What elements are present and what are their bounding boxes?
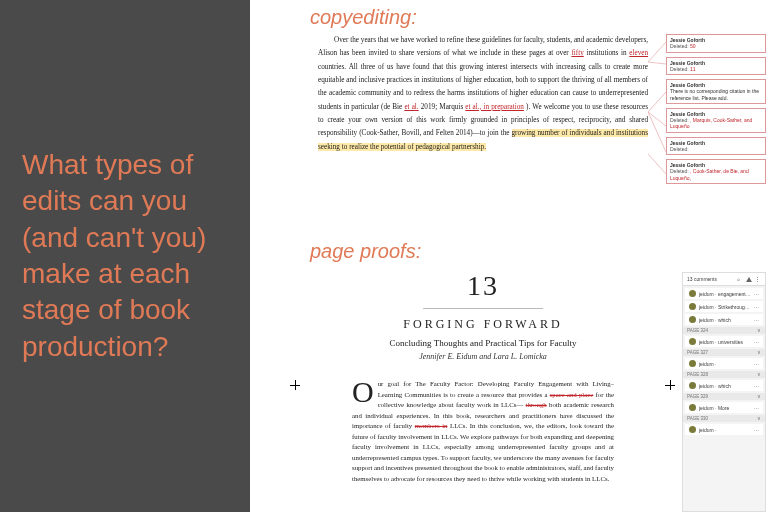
comment-balloon[interactable]: Jessie GoforthDeleted: 50 — [666, 34, 766, 53]
svg-line-3 — [648, 112, 666, 126]
comments-page-divider: PAGE 327∨ — [683, 349, 765, 356]
comment-callouts: Jessie GoforthDeleted: 50 Jessie Goforth… — [666, 34, 766, 188]
strikethrough-edit: members in — [415, 422, 448, 429]
comment-item[interactable]: jeidum · universities⋯ — [685, 336, 763, 347]
chapter-title: FORGING FORWARD — [308, 317, 658, 332]
svg-line-4 — [648, 112, 666, 152]
rule — [423, 308, 543, 309]
menu-icon[interactable]: ⋮ — [755, 276, 761, 282]
comment-balloon[interactable]: Jessie GoforthDeleted: , Cook-Sather, de… — [666, 159, 766, 184]
sidebar-heading: What types of edits can you (and can't y… — [22, 147, 228, 365]
avatar — [689, 316, 696, 323]
more-icon[interactable]: ⋯ — [754, 383, 759, 389]
comments-list: jeidum · engagement with⋯jeidum · Strike… — [683, 288, 765, 435]
search-icon[interactable]: ⌕ — [737, 276, 743, 282]
more-icon[interactable]: ⋯ — [754, 405, 759, 411]
chapter-body: O ur goal for The Faculty Factor: Develo… — [308, 379, 658, 484]
drop-cap: O — [352, 379, 378, 405]
comment-balloon[interactable]: Jessie GoforthDeleted: , Marquis, Cook-S… — [666, 108, 766, 133]
chapter-subtitle: Concluding Thoughts and Practical Tips f… — [308, 338, 658, 348]
comment-item[interactable]: jeidum · ⋯ — [685, 424, 763, 435]
more-icon[interactable]: ⋯ — [754, 317, 759, 323]
comments-page-divider: PAGE 329∨ — [683, 393, 765, 400]
crop-mark-icon — [665, 380, 675, 390]
avatar — [689, 426, 696, 433]
chapter-authors: Jennifer E. Eidum and Lara L. Lomicka — [308, 352, 658, 361]
comments-page-divider: PAGE 328∨ — [683, 371, 765, 378]
tracked-change: et al., in preparation — [465, 103, 524, 111]
comment-balloon[interactable]: Jessie GoforthDeleted: — [666, 137, 766, 156]
page-proof: 13 FORGING FORWARD Concluding Thoughts a… — [308, 268, 658, 512]
comment-balloon[interactable]: Jessie GoforthThere is no corresponding … — [666, 79, 766, 104]
comment-item[interactable]: jeidum · which⋯ — [685, 380, 763, 391]
svg-line-2 — [648, 92, 666, 112]
strikethrough-edit: space and place — [550, 391, 594, 398]
comments-page-divider: PAGE 324∨ — [683, 327, 765, 334]
comment-balloon[interactable]: Jessie GoforthDeleted: 11 — [666, 57, 766, 76]
tracked-change: eleven — [629, 49, 648, 57]
copyedit-paragraph: Over the years that we have worked to re… — [318, 34, 648, 154]
avatar — [689, 360, 696, 367]
sidebar: What types of edits can you (and can't y… — [0, 0, 250, 512]
avatar — [689, 382, 696, 389]
tracked-change: fifty — [571, 49, 583, 57]
comment-item[interactable]: jeidum · which⋯ — [685, 314, 763, 325]
svg-line-5 — [648, 154, 666, 174]
comment-item[interactable]: jeidum · engagement with⋯ — [685, 288, 763, 299]
svg-line-0 — [648, 42, 666, 62]
more-icon[interactable]: ⋯ — [754, 304, 759, 310]
svg-line-1 — [648, 62, 666, 64]
label-page-proofs: page proofs: — [310, 240, 421, 263]
crop-mark-icon — [290, 380, 300, 390]
avatar — [689, 338, 696, 345]
filter-icon[interactable] — [746, 276, 752, 282]
comment-item[interactable]: jeidum · More⋯ — [685, 402, 763, 413]
strikethrough-edit: through — [526, 401, 547, 408]
more-icon[interactable]: ⋯ — [754, 339, 759, 345]
more-icon[interactable]: ⋯ — [754, 361, 759, 367]
comment-item[interactable]: jeidum · Strikethrough Text⋯ — [685, 301, 763, 312]
chapter-number: 13 — [308, 270, 658, 302]
avatar — [689, 404, 696, 411]
tracked-change: et al. — [404, 103, 418, 111]
comments-panel: 13 comments ⌕ ⋮ jeidum · engagement with… — [682, 272, 766, 512]
comments-header: 13 comments ⌕ ⋮ — [683, 273, 765, 286]
comments-page-divider: PAGE 330∨ — [683, 415, 765, 422]
comment-item[interactable]: jeidum · ⋯ — [685, 358, 763, 369]
content-area: copyediting: Over the years that we have… — [250, 0, 768, 512]
label-copyediting: copyediting: — [310, 6, 417, 29]
comments-count: 13 comments — [687, 276, 717, 282]
copyedit-manuscript: Over the years that we have worked to re… — [318, 34, 648, 224]
avatar — [689, 290, 696, 297]
more-icon[interactable]: ⋯ — [754, 427, 759, 433]
avatar — [689, 303, 696, 310]
more-icon[interactable]: ⋯ — [754, 291, 759, 297]
